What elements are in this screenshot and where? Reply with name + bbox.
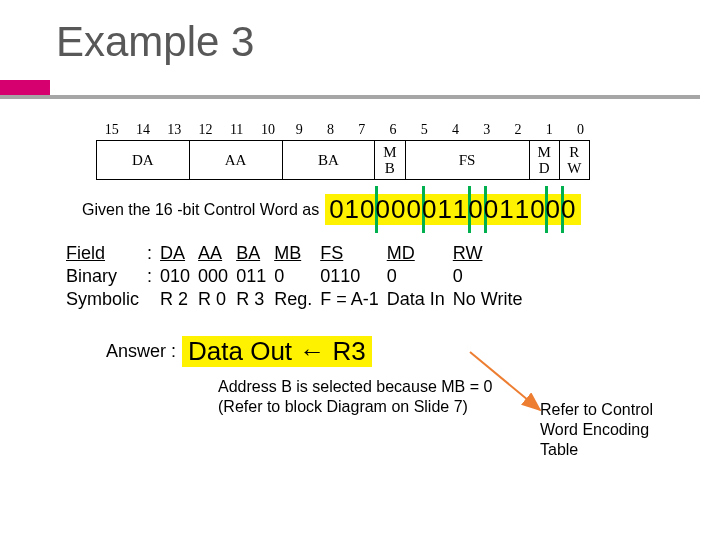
- answer-text: Data Out ← R3: [182, 336, 372, 366]
- row-label: Field: [66, 243, 147, 266]
- field-cell: AA: [189, 140, 283, 180]
- row-label: Binary: [66, 266, 147, 289]
- table-cell: 011: [236, 266, 274, 289]
- given-label: Given the 16 -bit Control Word as: [82, 201, 319, 219]
- refer-note: Refer to Control Word Encoding Table: [540, 400, 680, 460]
- note-line1: Address B is selected because MB = 0: [218, 377, 558, 397]
- table-cell: No Write: [453, 289, 531, 312]
- bit-number: 5: [409, 122, 440, 138]
- table-cell: FS: [320, 243, 387, 266]
- bit-number: 15: [96, 122, 127, 138]
- table-cell: DA: [160, 243, 198, 266]
- note-mb: Address B is selected because MB = 0 (Re…: [218, 377, 558, 417]
- accent-bar: [0, 80, 50, 95]
- table-cell: R 3: [236, 289, 274, 312]
- field-cell: M B: [374, 140, 405, 180]
- bit-number: 1: [534, 122, 565, 138]
- table-cell: [147, 289, 160, 312]
- control-word-text: 0100000110011000: [325, 194, 580, 224]
- table-cell: BA: [236, 243, 274, 266]
- answer-row: Answer : Data Out ← R3: [106, 336, 720, 367]
- table-cell: RW: [453, 243, 531, 266]
- bit-number: 7: [346, 122, 377, 138]
- slide-title: Example 3: [0, 0, 720, 66]
- bit-number: 3: [471, 122, 502, 138]
- control-word-box: 0100000110011000: [325, 194, 580, 225]
- bit-number: 0: [565, 122, 596, 138]
- title-underline: [0, 80, 720, 100]
- table-cell: R 0: [198, 289, 236, 312]
- table-cell: 0: [453, 266, 531, 289]
- bit-number: 10: [252, 122, 283, 138]
- fields-table: Field:DAAABAMBFSMDRWBinary:0100000110011…: [66, 243, 720, 312]
- table-cell: MD: [387, 243, 453, 266]
- bit-number: 14: [127, 122, 158, 138]
- field-cell: R W: [559, 140, 590, 180]
- table-cell: MB: [274, 243, 320, 266]
- bit-number: 6: [377, 122, 408, 138]
- table-cell: 0: [274, 266, 320, 289]
- answer-label: Answer :: [106, 341, 176, 362]
- table-cell: Reg.: [274, 289, 320, 312]
- note-line2: (Refer to block Diagram on Slide 7): [218, 397, 558, 417]
- bit-number: 8: [315, 122, 346, 138]
- table-cell: :: [147, 243, 160, 266]
- field-cell: DA: [96, 140, 190, 180]
- table-cell: 0: [387, 266, 453, 289]
- table-cell: 010: [160, 266, 198, 289]
- table-cell: R 2: [160, 289, 198, 312]
- bit-number: 9: [284, 122, 315, 138]
- table-cell: :: [147, 266, 160, 289]
- bit-number: 11: [221, 122, 252, 138]
- table-cell: Data In: [387, 289, 453, 312]
- bit-number: 4: [440, 122, 471, 138]
- table-cell: AA: [198, 243, 236, 266]
- field-cell: FS: [405, 140, 530, 180]
- field-cell: M D: [529, 140, 560, 180]
- gray-bar: [0, 95, 700, 99]
- table-cell: F = A-1: [320, 289, 387, 312]
- table-cell: 000: [198, 266, 236, 289]
- answer-box: Data Out ← R3: [182, 336, 372, 367]
- row-label: Symbolic: [66, 289, 147, 312]
- given-row: Given the 16 -bit Control Word as 010000…: [82, 194, 720, 225]
- bit-number: 13: [159, 122, 190, 138]
- bit-number: 12: [190, 122, 221, 138]
- bit-diagram: 1514131211109876543210 DAAABAM BFSM DR W: [96, 122, 596, 180]
- table-cell: 0110: [320, 266, 387, 289]
- field-cell: BA: [282, 140, 376, 180]
- bit-number: 2: [502, 122, 533, 138]
